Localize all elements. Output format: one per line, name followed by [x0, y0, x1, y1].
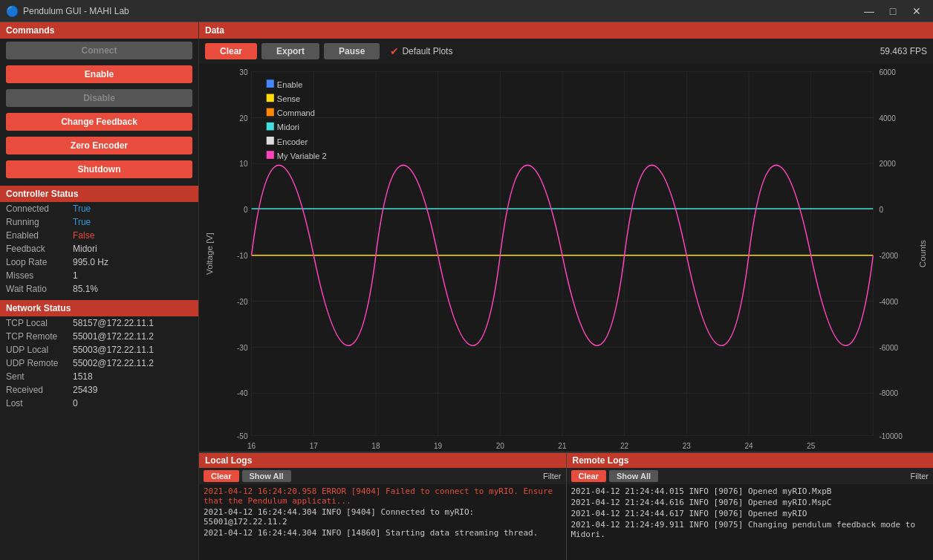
svg-text:0: 0 — [879, 206, 883, 214]
log-entry: 2021-04-12 16:24:44.304 INFO [9404] Conn… — [204, 507, 562, 527]
log-entry: 2021-04-12 16:24:20.958 ERROR [9404] Fai… — [204, 486, 562, 507]
title-bar: 🔵 Pendulum GUI - MAHI Lab — □ ✕ — [0, 0, 933, 22]
local-logs-clear-button[interactable]: Clear — [204, 470, 239, 482]
logs-area: Local Logs Clear Show All Filter 2021-04… — [199, 452, 933, 560]
svg-text:19: 19 — [434, 441, 442, 449]
remote-logs-toolbar: Clear Show All Filter — [567, 468, 934, 484]
remote-logs-clear-button[interactable]: Clear — [571, 470, 607, 482]
app-icon: 🔵 — [6, 5, 19, 17]
svg-text:Counts: Counts — [918, 240, 927, 267]
controller-status-table: ConnectedTrueRunningTrueEnabledFalseFeed… — [0, 202, 198, 296]
connect-button[interactable]: Connect — [6, 42, 192, 59]
remote-logs-content[interactable]: 2021-04-12 21:24:44.015 INFO [9076] Open… — [567, 484, 934, 560]
close-button[interactable]: ✕ — [906, 4, 927, 19]
controller-status-row: Loop Rate995.0 Hz — [0, 255, 198, 269]
svg-text:-10: -10 — [237, 252, 248, 260]
svg-text:My Variable 2: My Variable 2 — [277, 152, 327, 160]
svg-text:-4000: -4000 — [879, 298, 898, 306]
svg-text:-10000: -10000 — [879, 432, 903, 440]
svg-text:25: 25 — [807, 441, 815, 449]
controller-status-row: Wait Ratio85.1% — [0, 282, 198, 296]
local-logs-filter-label: Filter — [543, 472, 561, 481]
minimize-button[interactable]: — — [859, 4, 880, 19]
disable-button[interactable]: Disable — [6, 89, 192, 107]
controller-status-header: Controller Status — [0, 186, 198, 202]
network-value: 55002@172.22.11.2 — [67, 356, 198, 370]
status-label: Wait Ratio — [0, 282, 67, 296]
status-label: Misses — [0, 269, 67, 282]
change-feedback-button[interactable]: Change Feedback — [6, 113, 192, 131]
network-value: 55001@172.22.11.2 — [67, 330, 198, 343]
local-logs-show-all-button[interactable]: Show All — [242, 470, 291, 482]
network-status-row: Received25439 — [0, 383, 198, 397]
log-entry: 2021-04-12 21:24:44.616 INFO [9076] Open… — [571, 497, 929, 508]
remote-logs-show-all-button[interactable]: Show All — [609, 470, 658, 482]
network-status-table: TCP Local58157@172.22.11.1TCP Remote5500… — [0, 316, 198, 410]
svg-text:23: 23 — [683, 441, 691, 449]
local-logs-header: Local Logs — [199, 453, 566, 468]
network-value: 55003@172.22.11.1 — [67, 343, 198, 356]
svg-text:-6000: -6000 — [879, 343, 898, 351]
network-label: UDP Remote — [0, 356, 67, 370]
network-status-row: TCP Local58157@172.22.11.1 — [0, 316, 198, 330]
svg-text:Sense: Sense — [277, 94, 300, 103]
svg-rect-57 — [267, 94, 274, 102]
svg-rect-55 — [267, 79, 274, 88]
svg-rect-59 — [267, 108, 274, 117]
status-value: True — [67, 215, 198, 229]
status-label: Running — [0, 215, 67, 229]
svg-text:4000: 4000 — [879, 114, 896, 122]
status-label: Connected — [0, 202, 67, 215]
commands-header: Commands — [0, 22, 198, 39]
pause-button[interactable]: Pause — [324, 43, 380, 59]
shutdown-button[interactable]: Shutdown — [6, 160, 192, 178]
svg-text:10: 10 — [239, 160, 247, 168]
network-status-row: TCP Remote55001@172.22.11.2 — [0, 330, 198, 343]
window-controls: — □ ✕ — [859, 4, 927, 19]
right-panel: Data Clear Export Pause ✔ Default Plots … — [199, 22, 933, 560]
svg-text:Voltage [V]: Voltage [V] — [205, 232, 214, 275]
svg-text:24: 24 — [744, 441, 752, 449]
status-value: True — [67, 202, 198, 215]
data-section: Data Clear Export Pause ✔ Default Plots … — [199, 22, 933, 452]
zero-encoder-button[interactable]: Zero Encoder — [6, 137, 192, 154]
enable-button[interactable]: Enable — [6, 65, 192, 83]
svg-text:21: 21 — [558, 441, 566, 449]
svg-text:-40: -40 — [237, 389, 248, 397]
network-status-row: Sent1518 — [0, 370, 198, 383]
left-panel: Commands Connect Enable Disable Change F… — [0, 22, 199, 560]
log-entry: 2021-04-12 21:24:44.617 INFO [9076] Open… — [571, 508, 929, 519]
svg-rect-65 — [267, 151, 274, 159]
window-title: Pendulum GUI - MAHI Lab — [23, 6, 859, 16]
status-label: Feedback — [0, 242, 67, 255]
clear-button[interactable]: Clear — [205, 43, 257, 59]
local-logs-toolbar: Clear Show All Filter — [199, 468, 566, 484]
network-status-header: Network Status — [0, 300, 198, 316]
network-value: 0 — [67, 397, 198, 410]
log-entry: 2021-04-12 21:24:44.015 INFO [9076] Open… — [571, 486, 929, 497]
default-plots-toggle[interactable]: ✔ Default Plots — [390, 45, 452, 57]
local-logs-content[interactable]: 2021-04-12 16:24:20.958 ERROR [9404] Fai… — [199, 484, 566, 560]
controller-status-row: EnabledFalse — [0, 229, 198, 242]
local-logs-panel: Local Logs Clear Show All Filter 2021-04… — [199, 452, 567, 560]
status-value: Midori — [67, 242, 198, 255]
log-entry: 2021-04-12 21:24:49.911 INFO [9075] Chan… — [571, 519, 929, 540]
status-value: 995.0 Hz — [67, 255, 198, 269]
network-label: Received — [0, 383, 67, 397]
svg-text:18: 18 — [371, 441, 380, 449]
fps-display: 59.463 FPS — [880, 46, 927, 56]
network-value: 1518 — [67, 370, 198, 383]
remote-logs-header: Remote Logs — [567, 453, 934, 468]
remote-logs-filter-label: Filter — [911, 472, 929, 481]
svg-text:Midori: Midori — [277, 123, 299, 131]
network-label: TCP Local — [0, 316, 67, 330]
network-status-row: Lost0 — [0, 397, 198, 410]
data-toolbar: Clear Export Pause ✔ Default Plots 59.46… — [199, 39, 933, 64]
network-label: TCP Remote — [0, 330, 67, 343]
svg-text:Command: Command — [277, 108, 315, 117]
svg-text:-8000: -8000 — [879, 389, 898, 397]
export-button[interactable]: Export — [261, 43, 319, 59]
svg-text:-2000: -2000 — [879, 252, 898, 260]
maximize-button[interactable]: □ — [882, 4, 903, 19]
default-plots-label: Default Plots — [402, 46, 452, 56]
